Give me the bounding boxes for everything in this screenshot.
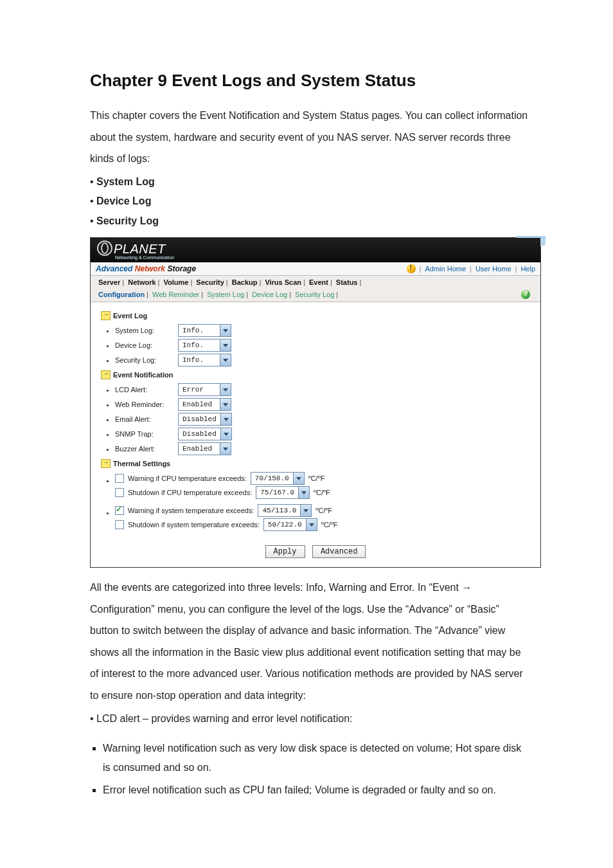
chevron-down-icon[interactable] <box>220 428 231 440</box>
label-lcd-alert: LCD Alert: <box>115 386 173 393</box>
advanced-button[interactable]: Advanced <box>312 545 366 558</box>
chevron-down-icon[interactable] <box>306 519 317 530</box>
intro-paragraph: This chapter covers the Event Notificati… <box>90 105 529 170</box>
alert-icon[interactable] <box>407 264 416 273</box>
checkbox-cpu-warning[interactable] <box>115 474 124 483</box>
label-snmp-trap: SNMP Trap: <box>115 430 173 438</box>
label-device-log: Device Log: <box>115 341 173 349</box>
chevron-down-icon[interactable] <box>220 413 231 425</box>
apply-button[interactable]: Apply <box>265 545 305 558</box>
label-system-warning: Warning if system temperature exceeds: <box>128 507 254 514</box>
label-email-alert: Email Alert: <box>115 415 173 423</box>
chevron-down-icon[interactable] <box>300 505 311 516</box>
select-snmp-trap[interactable]: Disabled <box>178 428 232 440</box>
checkbox-system-warning[interactable] <box>115 506 124 515</box>
main-tabs: Server| Network| Volume| Security| Backu… <box>91 276 540 287</box>
select-system-warning-temp[interactable]: 45/113.0 <box>258 504 312 517</box>
product-title: Advanced Network Storage <box>96 264 196 273</box>
list-item: System Log <box>96 176 155 187</box>
unit-label: ºC/ºF <box>321 521 338 529</box>
chevron-down-icon[interactable] <box>220 443 231 455</box>
label-cpu-shutdown: Shutdown if CPU temperature exceeds: <box>128 489 252 496</box>
chevron-down-icon[interactable] <box>293 473 304 484</box>
chevron-down-icon[interactable] <box>298 487 309 498</box>
label-system-log: System Log: <box>115 327 173 334</box>
unit-label: ºC/ºF <box>314 489 330 496</box>
page-title: Chapter 9 Event Logs and System Status <box>90 71 529 91</box>
list-item: Warning level notification such as very … <box>103 739 529 778</box>
subtab-configuration[interactable]: Configuration <box>98 291 145 298</box>
arrow-icon <box>101 370 111 379</box>
subtab-web-reminder[interactable]: Web Reminder <box>152 291 199 298</box>
tab-network[interactable]: Network <box>128 278 155 286</box>
link-user-home[interactable]: User Home <box>475 265 511 273</box>
checkbox-cpu-shutdown[interactable] <box>115 488 124 497</box>
checkbox-system-shutdown[interactable] <box>115 520 124 529</box>
sub-tabs: Configuration| Web Reminder| System Log|… <box>98 291 340 298</box>
chevron-down-icon[interactable] <box>220 339 231 351</box>
planet-logo-icon <box>97 240 112 256</box>
tab-virus-scan[interactable]: Virus Scan <box>265 278 301 286</box>
tab-backup[interactable]: Backup <box>232 278 258 286</box>
select-cpu-shutdown-temp[interactable]: 75/167.0 <box>256 486 310 499</box>
chevron-down-icon[interactable] <box>220 399 231 410</box>
arrow-icon <box>101 311 111 320</box>
subtab-device-log[interactable]: Device Log <box>252 291 287 298</box>
chevron-down-icon[interactable] <box>220 384 231 395</box>
label-buzzer-alert: Buzzer Alert: <box>115 445 173 453</box>
select-system-log[interactable]: Info. <box>178 324 231 337</box>
lcd-alert-line: • LCD alert – provides warning and error… <box>90 709 529 728</box>
tab-status[interactable]: Status <box>336 278 358 286</box>
label-system-shutdown: Shutdown if system temperature exceeds: <box>128 521 260 529</box>
subtab-security-log[interactable]: Security Log <box>295 291 334 298</box>
admin-screenshot: PLANET Networking & Communication Advanc… <box>90 237 541 568</box>
label-web-reminder: Web Reminder: <box>115 401 173 408</box>
brand-title: PLANET <box>114 242 166 256</box>
section-title-thermal-settings: Thermal Settings <box>113 460 170 467</box>
app-header: PLANET Networking & Communication <box>91 238 540 262</box>
brand-subtitle: Networking & Communication <box>115 255 174 260</box>
select-system-shutdown-temp[interactable]: 50/122.0 <box>263 518 317 531</box>
section-title-event-notification: Event Notification <box>113 371 173 379</box>
select-security-log[interactable]: Info. <box>178 354 231 366</box>
list-item: Device Log <box>96 195 151 206</box>
select-cpu-warning-temp[interactable]: 70/158.0 <box>251 472 305 485</box>
label-security-log: Security Log: <box>115 356 173 364</box>
arrow-icon <box>101 459 111 468</box>
chevron-down-icon[interactable] <box>220 354 231 366</box>
chevron-down-icon[interactable] <box>220 325 231 336</box>
select-web-reminder[interactable]: Enabled <box>178 398 231 411</box>
unit-label: ºC/ºF <box>308 475 325 482</box>
select-buzzer-alert[interactable]: Enabled <box>178 442 231 455</box>
tab-event[interactable]: Event <box>309 278 328 286</box>
tab-volume[interactable]: Volume <box>164 278 189 286</box>
section-title-event-log: Event Log <box>113 312 147 320</box>
link-admin-home[interactable]: Admin Home <box>425 265 466 273</box>
help-icon[interactable] <box>521 290 530 299</box>
subtab-system-log[interactable]: System Log <box>207 291 244 298</box>
followup-paragraph: All the events are categorized into thre… <box>90 577 529 707</box>
select-device-log[interactable]: Info. <box>178 339 231 352</box>
select-lcd-alert[interactable]: Error <box>178 383 231 396</box>
list-item: Security Log <box>96 215 159 226</box>
label-cpu-warning: Warning if CPU temperature exceeds: <box>128 475 247 482</box>
select-email-alert[interactable]: Disabled <box>178 413 232 426</box>
list-item: Error level notification such as CPU fan… <box>103 781 529 800</box>
log-types-list: • System Log • Device Log • Security Log <box>90 172 529 231</box>
tab-server[interactable]: Server <box>98 278 120 286</box>
unit-label: ºC/ºF <box>315 507 332 514</box>
tab-security[interactable]: Security <box>196 278 224 286</box>
